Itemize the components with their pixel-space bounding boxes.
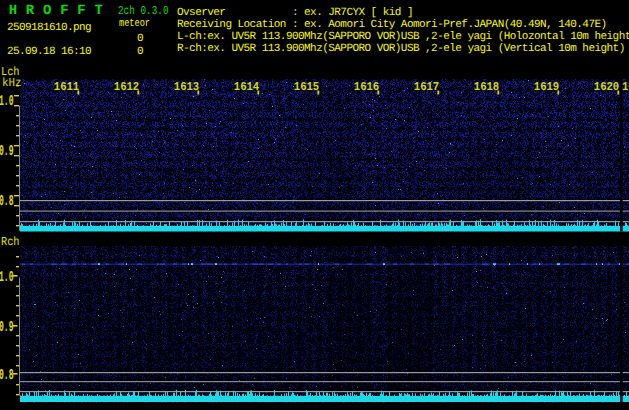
svg-text:1615: 1615 <box>294 80 319 94</box>
svg-text:1619: 1619 <box>534 80 559 94</box>
svg-text:1613: 1613 <box>174 80 199 94</box>
svg-text:1618: 1618 <box>474 80 499 94</box>
svg-text:1612: 1612 <box>114 80 139 94</box>
svg-text:1617: 1617 <box>414 80 439 94</box>
svg-text:L-ch:ex. UV5R 113.900Mhz(SAPPO: L-ch:ex. UV5R 113.900Mhz(SAPPORO VOR)USB… <box>177 31 629 43</box>
svg-text:0: 0 <box>137 46 144 58</box>
svg-text:1620: 1620 <box>622 80 629 94</box>
svg-text:1.0: 1.0 <box>0 93 14 110</box>
svg-text:0.8: 0.8 <box>0 193 14 210</box>
svg-text:1614: 1614 <box>234 80 259 94</box>
svg-text:2509181610.png: 2509181610.png <box>7 22 91 34</box>
svg-text:0.8: 0.8 <box>0 367 14 384</box>
svg-text:Ovserver : ex. JR7CY: Ovserver : ex. JR7CYX [ kid ] <box>177 7 413 19</box>
svg-text:1.0: 1.0 <box>0 269 14 286</box>
svg-text:1616: 1616 <box>354 80 379 94</box>
svg-text:Rch: Rch <box>1 235 20 249</box>
svg-text:2ch 0.3.0: 2ch 0.3.0 <box>118 4 169 18</box>
svg-text:1611: 1611 <box>54 80 79 94</box>
svg-text:0.9: 0.9 <box>0 143 14 160</box>
svg-text:meteor: meteor <box>119 18 150 30</box>
svg-text:25.09.18 16:10: 25.09.18 16:10 <box>7 46 91 58</box>
svg-text:HROFFT: HROFFT <box>9 3 112 19</box>
svg-text:R-ch:ex. UV5R 113.900Mhz(SAPPO: R-ch:ex. UV5R 113.900Mhz(SAPPORO VOR)USB… <box>177 43 625 55</box>
svg-text:0: 0 <box>137 33 144 45</box>
svg-text:0.9: 0.9 <box>0 319 14 336</box>
svg-text:kHz: kHz <box>2 76 22 90</box>
svg-text:1620: 1620 <box>594 80 619 94</box>
svg-text:Receiving Location : ex. Aomor: Receiving Location : ex. Aomori City Aom… <box>177 19 607 31</box>
